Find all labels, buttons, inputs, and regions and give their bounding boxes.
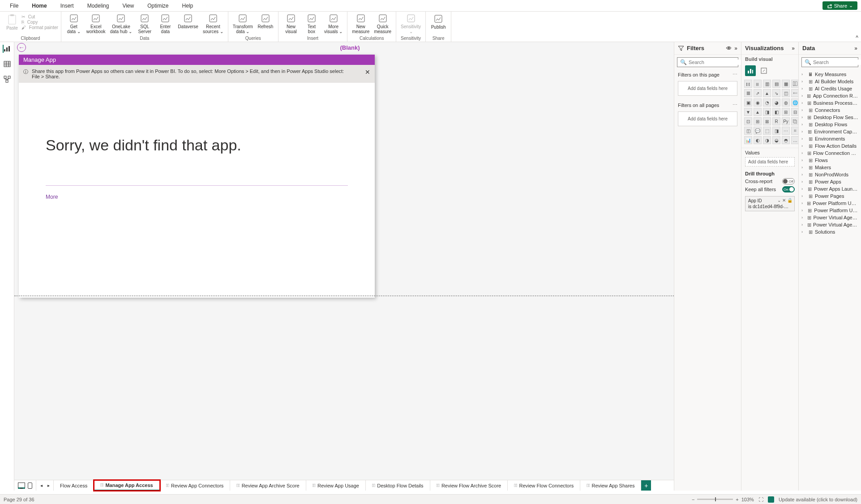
expand-icon[interactable]: ›	[801, 208, 805, 213]
table-row[interactable]: ›⊞Makers	[801, 164, 859, 171]
expand-icon[interactable]: ›	[801, 201, 805, 205]
viz-type-15[interactable]: ◕	[772, 98, 780, 107]
viz-type-34[interactable]: ⋯	[782, 127, 790, 135]
zoom-in-icon[interactable]: +	[736, 497, 738, 502]
table-row[interactable]: ›⊞Power Pages	[801, 192, 859, 200]
recent-sources-button[interactable]: Recent sources ⌄	[201, 12, 225, 35]
table-row[interactable]: ›⊞Power Apps Launches	[801, 185, 859, 192]
sql-server-button[interactable]: SQL Server	[135, 12, 154, 35]
viz-type-33[interactable]: ◨	[772, 127, 780, 135]
get-data-button[interactable]: Get data ⌄	[64, 12, 84, 35]
viz-type-3[interactable]: ▤	[772, 80, 780, 88]
filters-search[interactable]: 🔍	[677, 57, 738, 67]
expand-icon[interactable]: ›	[801, 165, 806, 170]
viz-type-30[interactable]: ◫	[744, 127, 752, 135]
page-tab[interactable]: 👁̸Review App Usage	[306, 480, 366, 491]
viz-type-6[interactable]: 𝌆	[744, 89, 752, 97]
enter-data-button[interactable]: Enter data	[155, 12, 175, 35]
table-row[interactable]: ›⊞AI Credits Usage	[801, 85, 859, 92]
cut-button[interactable]: ✂ Cut	[21, 14, 58, 19]
expand-icon[interactable]: ›	[801, 115, 805, 120]
table-row[interactable]: ›⊞Flows	[801, 157, 859, 164]
filters-all-more-icon[interactable]: ⋯	[732, 102, 737, 108]
table-row[interactable]: ›⊞App Connection Refere…	[801, 92, 859, 99]
expand-icon[interactable]: ›	[801, 137, 806, 141]
table-row[interactable]: ›⊞Power Virtual Agent bots	[801, 214, 859, 221]
table-row[interactable]: ›⊞Solutions	[801, 228, 859, 235]
collapse-ribbon-icon[interactable]: ^	[856, 34, 858, 41]
filters-page-dropzone[interactable]: Add data fields here	[678, 81, 737, 96]
remove-field-icon[interactable]: ✕	[782, 198, 786, 203]
page-tab[interactable]: 👁̸Review App Connectors	[160, 480, 231, 491]
viz-type-32[interactable]: ⬚	[763, 127, 771, 135]
filters-all-dropzone[interactable]: Add data fields here	[678, 111, 737, 126]
text-box-button[interactable]: Text box	[302, 12, 321, 35]
viz-type-7[interactable]: ⇗	[754, 89, 762, 97]
menu-insert[interactable]: Insert	[54, 1, 80, 11]
eye-icon[interactable]: 👁	[726, 45, 732, 51]
update-available-text[interactable]: Update available (click to download)	[779, 497, 857, 502]
page-tab[interactable]: 👁̸Review App Archive Score	[230, 480, 306, 491]
table-row[interactable]: ›⊞Business Process Flows	[801, 99, 859, 107]
table-row[interactable]: ›⊞Power Apps	[801, 178, 859, 185]
viz-type-21[interactable]: ◧	[772, 108, 780, 116]
zoom-slider[interactable]	[697, 499, 733, 500]
expand-icon[interactable]: ›	[801, 179, 806, 184]
more-visuals-button[interactable]: More visuals ⌄	[322, 12, 344, 35]
viz-type-22[interactable]: ⊞	[782, 108, 790, 116]
viz-type-37[interactable]: ◐	[754, 136, 762, 144]
expand-icon[interactable]: ›	[801, 194, 806, 198]
cross-report-toggle[interactable]: Off	[782, 178, 795, 184]
excel-workbook-button[interactable]: Excel workbook	[85, 12, 107, 35]
dataverse-button[interactable]: Dataverse	[176, 12, 200, 30]
viz-type-38[interactable]: ◑	[763, 136, 771, 144]
chevron-down-icon[interactable]: ⌄	[777, 198, 781, 203]
expand-icon[interactable]: ›	[801, 94, 805, 98]
table-row[interactable]: ›⊞Power Virtual Agent bo…	[801, 221, 859, 228]
table-row[interactable]: ›⊞Connectors	[801, 107, 859, 114]
expand-icon[interactable]: ›	[801, 108, 806, 112]
copy-button[interactable]: ⎘ Copy	[21, 20, 58, 25]
refresh-button[interactable]: Refresh	[256, 12, 275, 30]
viz-type-10[interactable]: ◫	[782, 89, 790, 97]
viz-type-8[interactable]: ▲	[763, 89, 771, 97]
format-visual-mode[interactable]	[758, 65, 769, 76]
model-view-icon[interactable]	[3, 75, 11, 83]
expand-icon[interactable]: ›	[801, 129, 805, 134]
table-row[interactable]: ›⊞Flow Action Details	[801, 142, 859, 149]
filters-page-more-icon[interactable]: ⋯	[732, 72, 737, 77]
page-tab[interactable]: 👁̸Desktop Flow Details	[366, 480, 430, 491]
tabs-scroll-left[interactable]: ◂	[38, 483, 44, 488]
menu-modeling[interactable]: Modeling	[81, 1, 116, 11]
transform-data-button[interactable]: Transform data ⌄	[231, 12, 255, 35]
expand-icon[interactable]: ›	[801, 222, 805, 227]
expand-icon[interactable]: ›	[801, 230, 806, 234]
share-button[interactable]: Share ⌄	[822, 1, 857, 10]
viz-type-20[interactable]: ◨	[763, 108, 771, 116]
expand-icon[interactable]: ›	[801, 122, 806, 127]
viz-type-18[interactable]: ▼	[744, 108, 752, 116]
viz-type-13[interactable]: ◉	[754, 98, 762, 107]
data-search-input[interactable]	[813, 60, 861, 65]
report-view-icon[interactable]	[3, 45, 11, 53]
mobile-layout-icon[interactable]	[28, 483, 32, 489]
page-tab[interactable]: 👁̸Review Flow Archive Score	[430, 480, 508, 491]
table-row[interactable]: ›🖩Key Measures	[801, 71, 859, 78]
table-row[interactable]: ›⊞Power Platform User Ro…	[801, 200, 859, 207]
viz-type-28[interactable]: Py	[782, 117, 790, 125]
fit-to-page-icon[interactable]: ⛶	[758, 497, 763, 502]
viz-type-31[interactable]: 💬	[754, 127, 762, 135]
expand-icon[interactable]: ›	[801, 79, 806, 84]
expand-data-icon[interactable]: »	[854, 45, 857, 51]
viz-type-9[interactable]: ⇘	[772, 89, 780, 97]
viz-type-19[interactable]: ▲	[754, 108, 762, 116]
table-row[interactable]: ›⊞Desktop Flow Sessions	[801, 114, 859, 121]
expand-viz-icon[interactable]: »	[792, 45, 795, 51]
menu-file[interactable]: File	[4, 1, 25, 11]
table-row[interactable]: ›⊞Power Platform Users	[801, 207, 859, 214]
desktop-layout-icon[interactable]	[18, 483, 25, 489]
tabs-scroll-right[interactable]: ▸	[45, 483, 51, 488]
format-painter-button[interactable]: 🖌 Format painter	[21, 25, 58, 30]
viz-type-14[interactable]: ◔	[763, 98, 771, 107]
expand-icon[interactable]: ›	[801, 144, 806, 148]
